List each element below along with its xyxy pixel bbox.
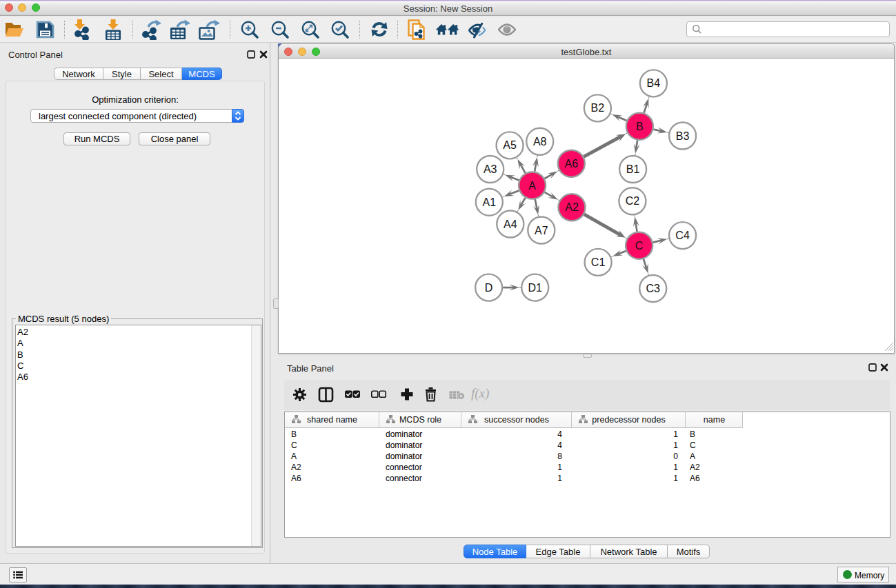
svg-text:A6: A6 [565,158,579,170]
svg-text:A1: A1 [483,196,497,208]
svg-text:D: D [485,282,493,294]
svg-text:B3: B3 [676,130,690,142]
svg-text:A: A [528,180,536,192]
svg-text:C: C [635,240,644,252]
svg-text:C2: C2 [626,195,640,207]
svg-text:B1: B1 [626,163,640,175]
svg-text:B4: B4 [647,77,661,89]
svg-text:A4: A4 [504,219,517,230]
svg-text:D1: D1 [528,282,542,294]
svg-text:C3: C3 [646,283,660,294]
svg-text:A5: A5 [503,139,517,151]
svg-text:C1: C1 [591,256,606,268]
svg-text:C4: C4 [675,230,690,241]
svg-text:A7: A7 [535,225,548,236]
svg-text:A2: A2 [565,201,579,213]
svg-text:A3: A3 [484,163,497,175]
svg-text:A8: A8 [533,136,547,148]
svg-text:B: B [636,121,644,132]
svg-text:B2: B2 [591,102,605,114]
